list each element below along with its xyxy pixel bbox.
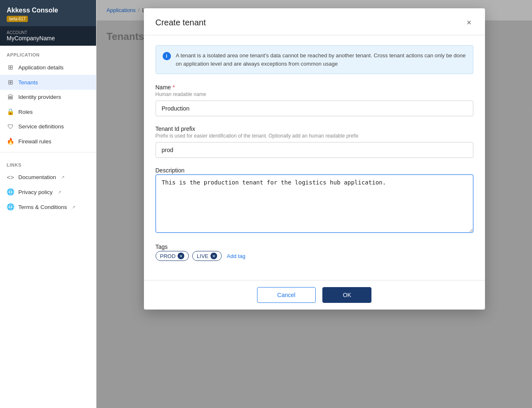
fire-icon: 🔥 bbox=[7, 138, 14, 145]
section-links-label: LINKS bbox=[0, 156, 96, 170]
sidebar-item-terms-conditions[interactable]: 🌐 Terms & Conditions ↗ bbox=[0, 199, 96, 214]
required-marker: * bbox=[173, 84, 175, 91]
sidebar-item-service-definitions[interactable]: 🛡 Service definitions bbox=[0, 119, 96, 134]
sidebar-item-label: Privacy policy bbox=[18, 189, 53, 195]
tenant-id-field-group: Tenant Id prefix Prefix is used for easi… bbox=[156, 125, 473, 158]
sidebar-item-label: Identity providers bbox=[18, 94, 61, 100]
cancel-button[interactable]: Cancel bbox=[257, 287, 316, 303]
globe-icon: 🌐 bbox=[7, 203, 14, 211]
sidebar-item-identity-providers[interactable]: 🏛 Identity providers bbox=[0, 90, 96, 104]
close-button[interactable]: × bbox=[465, 17, 473, 28]
tag-prod: PROD ✕ bbox=[156, 251, 189, 261]
name-field-group: Name * Human readable name bbox=[156, 84, 473, 116]
dialog-title: Create tenant bbox=[156, 18, 206, 27]
sidebar: Akkess Console beta-617 Account MyCompan… bbox=[0, 0, 97, 408]
create-tenant-dialog: Create tenant × i A tenant is a isolated… bbox=[144, 8, 485, 310]
add-tag-button[interactable]: Add tag bbox=[225, 252, 247, 260]
sidebar-item-label: Tenants bbox=[18, 79, 38, 86]
code-icon: <> bbox=[7, 174, 14, 181]
tag-prod-remove[interactable]: ✕ bbox=[178, 253, 184, 259]
description-label: Description bbox=[156, 167, 473, 174]
dialog-body: i A tenant is a isolated area one tenant… bbox=[144, 35, 485, 280]
tags-row: PROD ✕ LIVE ✕ Add tag bbox=[156, 251, 473, 261]
beta-badge: beta-617 bbox=[7, 16, 28, 22]
tag-live-label: LIVE bbox=[197, 253, 208, 259]
sidebar-divider bbox=[0, 152, 96, 152]
grid-icon: ⊞ bbox=[7, 79, 14, 86]
tenant-id-label: Tenant Id prefix bbox=[156, 125, 473, 132]
tag-live: LIVE ✕ bbox=[192, 251, 222, 261]
external-link-icon: ↗ bbox=[72, 205, 75, 209]
description-field-group: Description This is the production tenan… bbox=[156, 167, 473, 234]
modal-overlay: Create tenant × i A tenant is a isolated… bbox=[97, 0, 532, 408]
sidebar-item-tenants[interactable]: ⊞ Tenants bbox=[0, 75, 96, 90]
sidebar-item-firewall-rules[interactable]: 🔥 Firewall rules bbox=[0, 134, 96, 149]
sidebar-item-privacy-policy[interactable]: 🌐 Privacy policy ↗ bbox=[0, 184, 96, 199]
app-title: Akkess Console bbox=[7, 7, 89, 14]
sidebar-item-documentation[interactable]: <> Documentation ↗ bbox=[0, 170, 96, 184]
dialog-footer: Cancel OK bbox=[144, 280, 485, 310]
account-label: Account bbox=[7, 30, 89, 35]
dialog-header: Create tenant × bbox=[144, 8, 485, 35]
name-hint: Human readable name bbox=[156, 91, 473, 97]
external-link-icon: ↗ bbox=[61, 175, 64, 179]
sidebar-account: Account MyCompanyName bbox=[0, 26, 96, 46]
sidebar-item-label: Service definitions bbox=[18, 123, 64, 130]
name-input[interactable] bbox=[156, 101, 473, 116]
description-input[interactable]: This is the production tenant for the lo… bbox=[156, 175, 473, 233]
tag-prod-label: PROD bbox=[160, 253, 176, 259]
sidebar-item-label: Firewall rules bbox=[18, 138, 52, 145]
lock-icon: 🔒 bbox=[7, 108, 14, 116]
grid-icon: ⊞ bbox=[7, 64, 14, 71]
info-banner: i A tenant is a isolated area one tenant… bbox=[156, 45, 473, 74]
sidebar-item-label: Application details bbox=[18, 64, 64, 71]
sidebar-item-label: Terms & Conditions bbox=[18, 204, 67, 210]
ok-button[interactable]: OK bbox=[322, 287, 371, 303]
globe-icon: 🌐 bbox=[7, 188, 14, 196]
tenant-id-input[interactable] bbox=[156, 142, 473, 158]
sidebar-item-application-details[interactable]: ⊞ Application details bbox=[0, 60, 96, 75]
section-application-label: APPLICATION bbox=[0, 46, 96, 60]
sidebar-header: Akkess Console beta-617 bbox=[0, 0, 96, 26]
bank-icon: 🏛 bbox=[7, 93, 14, 101]
info-text: A tenant is a isolated area one tenant's… bbox=[176, 52, 466, 68]
account-name: MyCompanyName bbox=[7, 35, 89, 42]
sidebar-item-label: Documentation bbox=[18, 174, 56, 180]
tags-group: Tags PROD ✕ LIVE ✕ Add tag bbox=[156, 243, 473, 261]
external-link-icon: ↗ bbox=[58, 190, 61, 194]
shield-icon: 🛡 bbox=[7, 123, 14, 130]
tags-label: Tags bbox=[156, 243, 473, 250]
name-label: Name * bbox=[156, 84, 473, 91]
sidebar-item-label: Roles bbox=[18, 109, 33, 115]
tenant-id-hint: Prefix is used for easier identification… bbox=[156, 133, 473, 139]
tag-live-remove[interactable]: ✕ bbox=[210, 253, 217, 259]
main-area: Applications / Log... Tenants Create ten… bbox=[97, 0, 532, 408]
info-icon: i bbox=[163, 52, 171, 60]
sidebar-item-roles[interactable]: 🔒 Roles bbox=[0, 104, 96, 119]
